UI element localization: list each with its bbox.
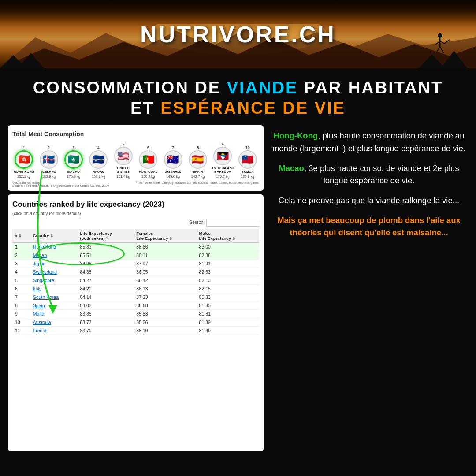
title-line2: ET ESPÉRANCE DE VIE bbox=[13, 98, 463, 119]
cell-country[interactable]: Spain bbox=[30, 301, 78, 309]
flag-circle-9: 🇦🇬 bbox=[213, 147, 232, 165]
sort-icon-country[interactable]: ⇅ bbox=[50, 234, 53, 238]
cell-males: 80.83 bbox=[197, 293, 259, 301]
meat-country-3: MACAO bbox=[67, 170, 80, 174]
cell-rank: 7 bbox=[12, 293, 30, 301]
table-row: 1 Hong Kong 85.83 88.66 83.00 bbox=[12, 242, 259, 251]
cell-country[interactable]: Italy bbox=[30, 284, 78, 293]
cell-country[interactable]: French bbox=[30, 326, 78, 335]
country-link[interactable]: Japan bbox=[33, 261, 46, 266]
life-table-subtitle: (click on a country for more details) bbox=[12, 211, 259, 216]
col-females: FemalesLife Expectancy ⇅ bbox=[134, 229, 196, 243]
cell-life: 85.51 bbox=[77, 251, 134, 259]
cell-country[interactable]: Switzerland bbox=[30, 268, 78, 276]
cell-life: 84.05 bbox=[77, 301, 134, 309]
cell-country[interactable]: South Korea bbox=[30, 293, 78, 301]
table-row: 4 Switzerland 84.38 86.05 82.63 bbox=[12, 268, 259, 276]
meat-kg-3: 176.9 kg bbox=[67, 175, 81, 178]
country-link[interactable]: French bbox=[33, 328, 48, 333]
country-link[interactable]: South Korea bbox=[33, 294, 59, 300]
cell-life: 84.14 bbox=[77, 293, 134, 301]
title-line1: CONSOMMATION DE VIANDE PAR HABITANT bbox=[13, 78, 463, 98]
cell-country[interactable]: Singapore bbox=[30, 276, 78, 284]
orange-text: Mais ça met beaucoup de plomb dans l'ail… bbox=[277, 216, 461, 238]
cell-life: 85.83 bbox=[77, 242, 134, 251]
cell-females: 86.13 bbox=[134, 284, 196, 293]
cell-rank: 5 bbox=[12, 276, 30, 284]
country-link[interactable]: Hong Kong bbox=[33, 244, 56, 249]
meat-kg-10: 135.9 kg bbox=[241, 175, 254, 178]
cell-life: 84.95 bbox=[77, 259, 134, 268]
sort-icon-rank[interactable]: ⇅ bbox=[19, 234, 22, 238]
country-link[interactable]: Australia bbox=[33, 320, 51, 325]
sort-icon-females[interactable]: ⇅ bbox=[169, 237, 172, 241]
cell-life: 83.70 bbox=[77, 326, 134, 335]
meat-kg-7: 145.6 kg bbox=[166, 175, 180, 178]
country-link[interactable]: Malta bbox=[33, 311, 45, 316]
cell-males: 81.89 bbox=[197, 318, 259, 326]
meat-item-6: 6 🇵🇹 PORTUGAL 150.2 kg bbox=[137, 145, 160, 178]
cell-females: 86.42 bbox=[134, 276, 196, 284]
content-area: Total Meat Consumption 1 🇭🇰 HONG KONG 20… bbox=[0, 125, 476, 451]
cell-females: 88.11 bbox=[134, 251, 196, 259]
col-rank: # ⇅ bbox=[12, 229, 30, 243]
cell-country[interactable]: Macao bbox=[30, 251, 78, 259]
flag-circle-3: 🇲🇴 bbox=[64, 150, 83, 169]
cell-females: 87.97 bbox=[134, 259, 196, 268]
table-header-row: # ⇅ Country ⇅ Life Expectancy(both sexes… bbox=[12, 229, 259, 243]
flag-circle-4: 🇳🇷 bbox=[89, 150, 108, 169]
meat-country-10: SAMOA bbox=[242, 170, 254, 174]
title-l1-highlight: VIANDE bbox=[227, 78, 298, 97]
cell-rank: 3 bbox=[12, 259, 30, 268]
cell-country[interactable]: Australia bbox=[30, 318, 78, 326]
cell-males: 82.13 bbox=[197, 276, 259, 284]
meat-chart-panel: Total Meat Consumption 1 🇭🇰 HONG KONG 20… bbox=[8, 125, 264, 191]
title-l1-p1: CONSOMMATION DE bbox=[33, 78, 227, 97]
country-link[interactable]: Switzerland bbox=[33, 269, 57, 275]
search-input[interactable] bbox=[206, 219, 259, 227]
neutral-text: Cela ne prouve pas que la viande rallong… bbox=[279, 196, 459, 205]
sort-icon-males[interactable]: ⇅ bbox=[232, 237, 235, 241]
chart-note: *The "Other Meat" category includes anim… bbox=[136, 181, 259, 187]
cell-country[interactable]: Japan bbox=[30, 259, 78, 268]
country-link[interactable]: Macao bbox=[33, 253, 47, 258]
right-column: Hong-Kong, plus haute consommation de vi… bbox=[270, 125, 468, 451]
country-link[interactable]: Italy bbox=[33, 286, 41, 291]
cell-males: 82.88 bbox=[197, 251, 259, 259]
col-country: Country ⇅ bbox=[30, 229, 78, 243]
country-link[interactable]: Singapore bbox=[33, 278, 54, 283]
search-row: Search: bbox=[12, 219, 259, 227]
country-link[interactable]: Spain bbox=[33, 303, 45, 308]
meat-kg-2: 180.9 kg bbox=[42, 175, 56, 178]
cell-life: 84.27 bbox=[77, 276, 134, 284]
meat-item-5: 5 🇺🇸 UNITED STATES 151.4 kg bbox=[112, 142, 135, 178]
table-row: 6 Italy 84.20 86.13 82.15 bbox=[12, 284, 259, 293]
cell-country[interactable]: Malta bbox=[30, 309, 78, 318]
flag-circle-7: 🇦🇺 bbox=[164, 150, 182, 169]
meat-item-7: 7 🇦🇺 AUSTRALIA 145.6 kg bbox=[162, 145, 185, 178]
chart-copyright: ©2023 theworldmaps Source: Food and Agri… bbox=[12, 181, 109, 187]
meat-item-10: 10 🇼🇸 SAMOA 135.9 kg bbox=[236, 145, 259, 178]
cell-rank: 6 bbox=[12, 284, 30, 293]
cell-life: 83.73 bbox=[77, 318, 134, 326]
cell-country[interactable]: Hong Kong bbox=[30, 242, 78, 251]
meat-kg-9: 136.2 kg bbox=[216, 175, 230, 178]
left-column: Total Meat Consumption 1 🇭🇰 HONG KONG 20… bbox=[8, 125, 264, 451]
sort-icon-life[interactable]: ⇅ bbox=[106, 237, 109, 241]
cell-males: 81.49 bbox=[197, 326, 259, 335]
cell-females: 85.83 bbox=[134, 309, 196, 318]
table-row: 7 South Korea 84.14 87.23 80.83 bbox=[12, 293, 259, 301]
cell-life: 84.38 bbox=[77, 268, 134, 276]
cell-life: 84.20 bbox=[77, 284, 134, 293]
col-males: MalesLife Expectancy ⇅ bbox=[197, 229, 259, 243]
cell-females: 85.56 bbox=[134, 318, 196, 326]
flag-circle-2: 🇮🇸 bbox=[40, 150, 58, 169]
cell-rank: 1 bbox=[12, 242, 30, 251]
hk-paragraph: Hong-Kong, plus haute consommation de vi… bbox=[270, 130, 468, 155]
cell-females: 87.23 bbox=[134, 293, 196, 301]
cell-females: 88.66 bbox=[134, 242, 196, 251]
neutral-paragraph: Cela ne prouve pas que la viande rallong… bbox=[270, 194, 468, 207]
table-row: 5 Singapore 84.27 86.42 82.13 bbox=[12, 276, 259, 284]
macao-desc: , 3e plus haute conso. de viande et 2e p… bbox=[304, 164, 459, 186]
cell-males: 81.91 bbox=[197, 259, 259, 268]
